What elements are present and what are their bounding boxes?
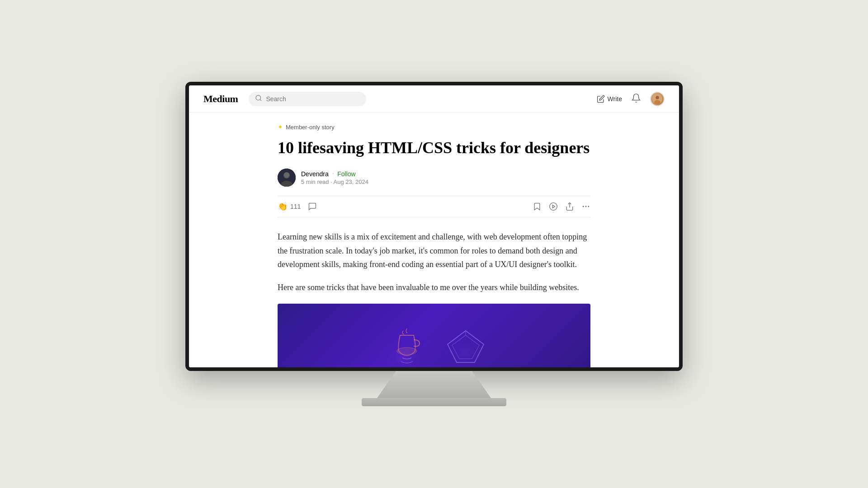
search-bar[interactable] (249, 92, 366, 106)
clap-button[interactable]: 👏 111 (278, 202, 301, 211)
comment-icon (308, 202, 317, 211)
bookmark-icon (533, 202, 542, 211)
play-icon (549, 202, 558, 211)
body-paragraph-1: Learning new skills is a mix of exciteme… (278, 230, 590, 272)
member-star-icon: ✦ (278, 123, 283, 131)
svg-point-13 (588, 206, 589, 207)
clap-icon: 👏 (278, 202, 288, 211)
svg-marker-10 (552, 205, 555, 208)
author-avatar[interactable] (278, 169, 296, 187)
author-row: Devendra · Follow 5 min read · Aug 23, 2… (278, 169, 590, 187)
svg-point-20 (441, 338, 491, 367)
author-info: Devendra · Follow 5 min read · Aug 23, 2… (301, 170, 368, 185)
svg-line-1 (260, 99, 262, 101)
svg-point-12 (585, 206, 586, 207)
share-button[interactable] (565, 202, 574, 211)
search-icon (255, 94, 262, 103)
author-name[interactable]: Devendra (301, 170, 329, 178)
svg-point-14 (583, 206, 584, 207)
listen-button[interactable] (549, 202, 558, 211)
article-image-decoration (321, 313, 547, 367)
more-options-button[interactable] (581, 202, 590, 211)
svg-point-8 (284, 172, 289, 178)
svg-point-9 (550, 203, 557, 211)
write-label: Write (608, 95, 622, 103)
body-paragraph-2: Here are some tricks that have been inva… (278, 281, 590, 295)
action-bar: 👏 111 (278, 196, 590, 217)
navbar-right: Write (597, 92, 665, 106)
comment-button[interactable] (308, 202, 317, 211)
article-title: 10 lifesaving HTML/CSS tricks for design… (278, 138, 590, 158)
separator: · (332, 170, 334, 178)
write-button[interactable]: Write (597, 95, 622, 103)
monitor-base (362, 398, 506, 406)
more-icon (581, 202, 590, 211)
article-image (278, 304, 590, 367)
article-container: ✦ Member-only story 10 lifesaving HTML/C… (267, 123, 601, 367)
navbar: Medium Write (189, 85, 679, 113)
follow-button[interactable]: Follow (337, 170, 355, 178)
member-badge-text: Member-only story (286, 124, 335, 131)
bookmark-button[interactable] (533, 202, 542, 211)
clap-count: 111 (290, 203, 301, 210)
article-body: Learning new skills is a mix of exciteme… (278, 230, 590, 294)
action-left: 👏 111 (278, 202, 529, 211)
content-area: ✦ Member-only story 10 lifesaving HTML/C… (189, 113, 679, 367)
svg-point-0 (256, 95, 261, 100)
notifications-button[interactable] (631, 93, 641, 105)
site-logo[interactable]: Medium (203, 93, 238, 105)
svg-point-19 (375, 340, 429, 367)
share-icon (565, 202, 574, 211)
member-badge: ✦ Member-only story (278, 123, 590, 131)
svg-point-3 (656, 96, 659, 99)
author-name-row: Devendra · Follow (301, 170, 368, 178)
write-icon (597, 95, 605, 103)
monitor-stand (371, 371, 497, 398)
read-time: 5 min read (301, 178, 329, 185)
publish-date: Aug 23, 2024 (334, 178, 368, 185)
search-input[interactable] (266, 95, 360, 103)
user-avatar[interactable] (650, 92, 665, 106)
article-meta: 5 min read · Aug 23, 2024 (301, 178, 368, 185)
action-right (533, 202, 590, 211)
